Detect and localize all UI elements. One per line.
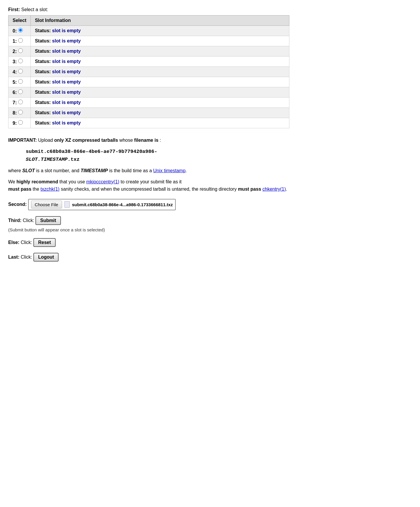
important-bold1: only XZ compressed tarballs: [54, 138, 118, 143]
last-click-text: Click:: [21, 255, 32, 260]
slot-radio-1[interactable]: [18, 38, 23, 43]
slot-radio-4[interactable]: [18, 69, 23, 74]
filename-non-italic: submit.c68b0a38-866e-4be6-ae77-9b779420a…: [26, 149, 157, 154]
col-slot-info: Slot Information: [31, 16, 289, 26]
table-row: 0: Status: slot is empty: [8, 26, 289, 36]
slot-status-9: Status: slot is empty: [31, 118, 289, 128]
important-section: IMPORTANT: Upload only XZ compressed tar…: [8, 136, 289, 193]
slot-index-6: 6:: [8, 87, 31, 98]
must-pass-bold: must pass: [8, 187, 31, 192]
slot-status-value-2[interactable]: slot is empty: [52, 49, 81, 54]
slot-index-3: 3:: [8, 57, 31, 67]
important-text3: :: [160, 138, 161, 143]
submit-hint: (Submit button will appear once a slot i…: [8, 227, 412, 232]
important-text1: Upload: [38, 138, 54, 143]
recommend-text7: .: [286, 187, 287, 192]
file-name-display: submit.c68b0a38-866e-4...a986-0.17336668…: [72, 202, 173, 207]
first-section-label: First: Select a slot:: [8, 7, 412, 12]
slot-status-value-3[interactable]: slot is empty: [52, 59, 81, 64]
recommend-text4: the: [31, 187, 40, 192]
slot-status-6: Status: slot is empty: [31, 87, 289, 98]
slot-index-0: 0:: [8, 26, 31, 36]
slot-table: Select Slot Information 0: Status: slot …: [8, 15, 289, 128]
recommend-text2: that you use: [58, 179, 86, 184]
where-text2: is a slot number, and: [36, 168, 81, 173]
slot-radio-0[interactable]: [18, 28, 23, 33]
table-row: 3: Status: slot is empty: [8, 57, 289, 67]
slot-index-5: 5:: [8, 77, 31, 87]
first-label: First:: [8, 7, 20, 12]
first-instruction: Select a slot:: [21, 7, 48, 12]
must-pass-bold2: must pass: [238, 187, 261, 192]
slot-status-value-9[interactable]: slot is empty: [52, 120, 81, 125]
else-section: Else: Click: Reset: [8, 238, 412, 247]
table-row: 6: Status: slot is empty: [8, 87, 289, 98]
third-click-text: Click:: [23, 218, 34, 223]
where-paragraph: where SLOT is a slot number, and TIMESTA…: [8, 167, 289, 175]
slot-radio-5[interactable]: [18, 79, 23, 84]
slot-radio-8[interactable]: [18, 110, 23, 115]
unix-timestamp-link[interactable]: Unix timestamp: [153, 168, 185, 173]
logout-button[interactable]: Logout: [33, 253, 59, 262]
slot-status-5: Status: slot is empty: [31, 77, 289, 87]
recommend-bold: highly recommend: [16, 179, 58, 184]
slot-radio-6[interactable]: [18, 89, 23, 94]
filename-display: submit.c68b0a38-866e-4be6-ae77-9b779420a…: [26, 148, 289, 163]
slot-index-8: 8:: [8, 108, 31, 118]
where-text3: is the build time as a: [109, 168, 153, 173]
slot-status-8: Status: slot is empty: [31, 108, 289, 118]
recommend-paragraph: We highly recommend that you use mkioccc…: [8, 178, 289, 193]
slot-status-value-6[interactable]: slot is empty: [52, 90, 81, 95]
recommend-text3: to create your submit file as it: [119, 179, 182, 184]
slot-status-value-5[interactable]: slot is empty: [52, 79, 81, 84]
file-input-area[interactable]: Choose File submit.c68b0a38-866e-4...a98…: [28, 199, 176, 210]
slot-index-9: 9:: [8, 118, 31, 128]
filename-ext: .txz: [68, 157, 80, 162]
slot-status-2: Status: slot is empty: [31, 46, 289, 57]
important-bold2: filename is: [134, 138, 158, 143]
where-text4: .: [185, 168, 187, 173]
last-label: Last:: [8, 255, 19, 260]
table-row: 4: Status: slot is empty: [8, 67, 289, 77]
slot-index-4: 4:: [8, 67, 31, 77]
slot-radio-3[interactable]: [18, 59, 23, 63]
slot-status-1: Status: slot is empty: [31, 36, 289, 46]
slot-status-value-1[interactable]: slot is empty: [52, 38, 81, 43]
filename-italic: SLOT.TIMESTAMP: [26, 157, 68, 162]
slot-index-2: 2:: [8, 46, 31, 57]
submit-button[interactable]: Submit: [35, 216, 61, 225]
col-select: Select: [8, 16, 31, 26]
reset-button[interactable]: Reset: [33, 238, 56, 247]
mkiocccentry-link[interactable]: mkiocccentry(1): [86, 179, 119, 184]
choose-file-button[interactable]: Choose File: [31, 201, 62, 209]
else-label: Else:: [8, 240, 19, 245]
where-text1: where: [8, 168, 22, 173]
timestamp-italic: TIMESTAMP: [81, 168, 108, 173]
third-label: Third:: [8, 218, 21, 223]
txzchk-link[interactable]: txzchk(1): [40, 187, 59, 192]
chkentry-link[interactable]: chkentry(1): [262, 187, 286, 192]
important-paragraph: IMPORTANT: Upload only XZ compressed tar…: [8, 136, 289, 144]
recommend-text1: We: [8, 179, 16, 184]
slot-status-0: Status: slot is empty: [31, 26, 289, 36]
second-section: Second: Choose File submit.c68b0a38-866e…: [8, 199, 412, 210]
second-label: Second:: [8, 202, 27, 206]
slot-status-7: Status: slot is empty: [31, 98, 289, 108]
table-row: 9: Status: slot is empty: [8, 118, 289, 128]
file-icon: [64, 201, 70, 208]
slot-status-value-4[interactable]: slot is empty: [52, 69, 81, 74]
slot-status-value-7[interactable]: slot is empty: [52, 100, 81, 105]
slot-radio-7[interactable]: [18, 100, 23, 104]
table-row: 8: Status: slot is empty: [8, 108, 289, 118]
slot-status-value-8[interactable]: slot is empty: [52, 110, 81, 115]
table-row: 2: Status: slot is empty: [8, 46, 289, 57]
slot-index-1: 1:: [8, 36, 31, 46]
slot-radio-9[interactable]: [18, 120, 23, 125]
slot-status-value-0[interactable]: slot is empty: [52, 28, 81, 33]
important-prefix: IMPORTANT:: [8, 138, 37, 143]
else-click-text: Click:: [21, 240, 32, 245]
slot-radio-2[interactable]: [18, 48, 23, 53]
table-row: 7: Status: slot is empty: [8, 98, 289, 108]
table-row: 1: Status: slot is empty: [8, 36, 289, 46]
slot-italic: SLOT: [22, 168, 35, 173]
